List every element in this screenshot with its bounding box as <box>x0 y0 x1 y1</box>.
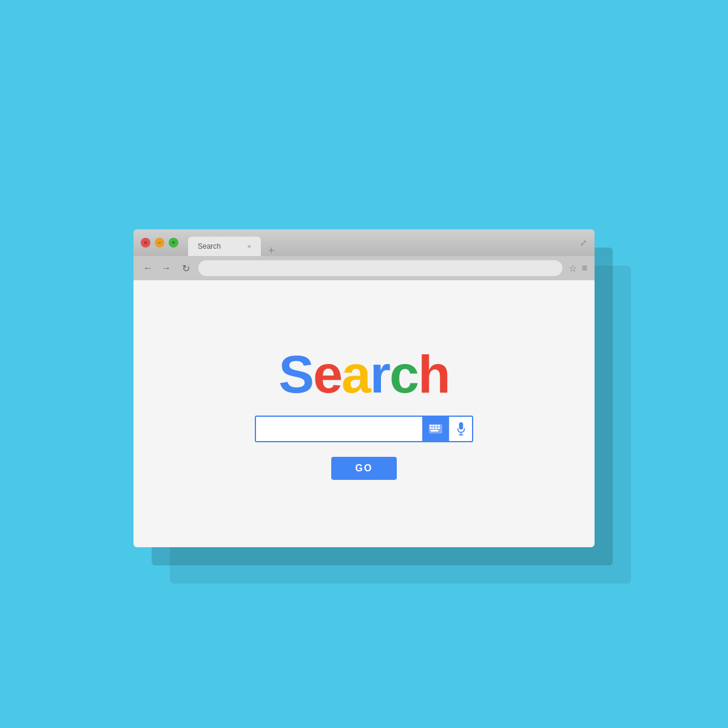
expand-icon[interactable]: ⤢ <box>580 238 587 248</box>
tab-close-icon[interactable]: × <box>248 243 251 250</box>
go-button[interactable]: GO <box>331 457 397 480</box>
address-bar: ← → ↻ ☆ ≡ <box>133 256 595 280</box>
tab-label: Search <box>198 242 221 251</box>
svg-rect-6 <box>433 427 435 429</box>
window-controls: × − + <box>141 238 178 248</box>
svg-rect-3 <box>435 425 437 426</box>
maximize-button[interactable]: + <box>169 238 178 248</box>
url-input[interactable] <box>198 260 562 276</box>
search-letter-c: c <box>389 344 418 404</box>
search-letter-r: r <box>370 344 389 404</box>
minimize-icon: − <box>158 240 161 246</box>
keyboard-icon <box>429 424 442 434</box>
search-input-row <box>255 416 473 442</box>
browser-wrapper: × − + Search × + ⤢ <box>133 229 595 547</box>
svg-rect-1 <box>430 425 432 426</box>
search-input[interactable] <box>256 417 422 441</box>
search-letter-h: h <box>418 344 450 404</box>
title-bar-actions: ⤢ <box>580 238 587 248</box>
close-icon: × <box>144 240 147 246</box>
title-bar: × − + Search × + ⤢ <box>133 229 595 256</box>
svg-rect-2 <box>433 425 435 426</box>
svg-rect-10 <box>459 422 463 430</box>
minimize-button[interactable]: − <box>155 238 164 248</box>
search-letter-s: S <box>278 344 313 404</box>
search-letter-a: a <box>342 344 370 404</box>
page-content: Search <box>133 280 595 547</box>
search-letter-e: e <box>313 344 342 404</box>
tab-bar: Search × + <box>188 229 580 256</box>
microphone-icon <box>456 422 467 436</box>
svg-rect-8 <box>438 427 440 429</box>
bookmark-icon[interactable]: ☆ <box>568 263 577 274</box>
svg-rect-5 <box>430 427 432 429</box>
refresh-button[interactable]: ↻ <box>182 263 190 274</box>
browser-tab[interactable]: Search × <box>188 237 261 256</box>
browser-window: × − + Search × + ⤢ <box>133 229 595 547</box>
keyboard-button[interactable] <box>422 417 449 441</box>
search-title: Search <box>278 348 450 401</box>
svg-rect-9 <box>431 430 439 431</box>
forward-button[interactable]: → <box>159 262 174 274</box>
nav-buttons: ← → <box>141 262 174 274</box>
microphone-button[interactable] <box>449 417 472 441</box>
back-button[interactable]: ← <box>141 262 155 274</box>
svg-rect-7 <box>435 427 437 429</box>
svg-rect-4 <box>438 425 440 426</box>
menu-icon[interactable]: ≡ <box>582 263 587 274</box>
new-tab-button[interactable]: + <box>263 245 280 256</box>
close-button[interactable]: × <box>141 238 150 248</box>
maximize-icon: + <box>172 240 175 246</box>
address-bar-actions: ☆ ≡ <box>568 263 587 274</box>
